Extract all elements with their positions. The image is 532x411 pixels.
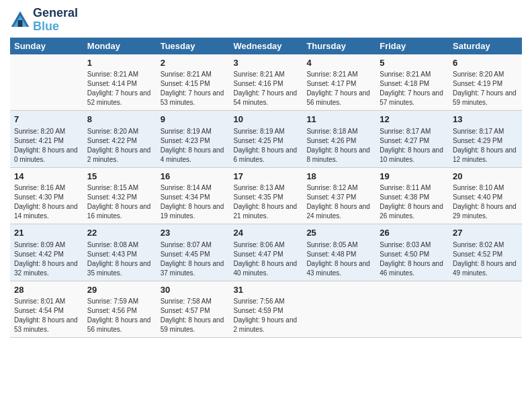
day-number: 25 xyxy=(306,227,371,239)
calendar-cell: 6Sunrise: 8:20 AMSunset: 4:19 PMDaylight… xyxy=(449,54,522,111)
day-number: 13 xyxy=(453,113,518,126)
header: General Blue xyxy=(10,7,522,34)
calendar-week-row: 28Sunrise: 8:01 AMSunset: 4:54 PMDayligh… xyxy=(10,281,522,338)
calendar-cell xyxy=(449,281,522,338)
calendar-cell: 11Sunrise: 8:18 AMSunset: 4:26 PMDayligh… xyxy=(302,111,375,168)
day-info: Sunrise: 8:21 AMSunset: 4:16 PMDaylight:… xyxy=(234,70,299,107)
day-number: 22 xyxy=(87,227,152,239)
day-info: Sunrise: 8:21 AMSunset: 4:15 PMDaylight:… xyxy=(161,70,226,107)
header-day: Thursday xyxy=(302,38,375,54)
calendar-cell xyxy=(10,54,83,111)
logo-icon xyxy=(10,10,30,30)
day-number: 24 xyxy=(234,227,299,239)
day-number: 17 xyxy=(234,171,299,183)
day-info: Sunrise: 8:17 AMSunset: 4:29 PMDaylight:… xyxy=(453,127,518,165)
calendar-header-row: SundayMondayTuesdayWednesdayThursdayFrid… xyxy=(10,38,522,54)
day-info: Sunrise: 8:02 AMSunset: 4:52 PMDaylight:… xyxy=(453,240,518,278)
day-number: 30 xyxy=(161,284,226,296)
calendar-cell: 12Sunrise: 8:17 AMSunset: 4:27 PMDayligh… xyxy=(375,111,449,168)
calendar-cell: 10Sunrise: 8:19 AMSunset: 4:25 PMDayligh… xyxy=(230,111,303,168)
day-number: 29 xyxy=(87,284,152,296)
day-info: Sunrise: 8:11 AMSunset: 4:38 PMDaylight:… xyxy=(380,183,445,221)
page: General Blue SundayMondayTuesdayWednesda… xyxy=(0,0,532,411)
calendar-week-row: 21Sunrise: 8:09 AMSunset: 4:42 PMDayligh… xyxy=(10,224,522,281)
day-number: 10 xyxy=(234,113,299,126)
day-number: 15 xyxy=(87,171,152,183)
day-info: Sunrise: 8:19 AMSunset: 4:23 PMDaylight:… xyxy=(161,127,226,165)
calendar-cell: 30Sunrise: 7:58 AMSunset: 4:57 PMDayligh… xyxy=(157,281,230,338)
calendar-cell: 1Sunrise: 8:21 AMSunset: 4:14 PMDaylight… xyxy=(83,54,157,111)
calendar-cell: 8Sunrise: 8:20 AMSunset: 4:22 PMDaylight… xyxy=(83,111,157,168)
day-number: 5 xyxy=(380,57,445,69)
day-info: Sunrise: 8:20 AMSunset: 4:21 PMDaylight:… xyxy=(14,127,79,165)
day-info: Sunrise: 8:07 AMSunset: 4:45 PMDaylight:… xyxy=(161,240,226,278)
day-number: 23 xyxy=(161,227,226,239)
day-number: 19 xyxy=(380,171,445,183)
calendar-cell: 28Sunrise: 8:01 AMSunset: 4:54 PMDayligh… xyxy=(10,281,83,338)
day-number: 14 xyxy=(14,171,79,183)
calendar-cell: 17Sunrise: 8:13 AMSunset: 4:35 PMDayligh… xyxy=(230,167,303,224)
day-number: 4 xyxy=(306,57,371,69)
day-info: Sunrise: 8:14 AMSunset: 4:34 PMDaylight:… xyxy=(161,183,226,221)
calendar-cell: 18Sunrise: 8:12 AMSunset: 4:37 PMDayligh… xyxy=(302,167,375,224)
calendar-cell: 22Sunrise: 8:08 AMSunset: 4:43 PMDayligh… xyxy=(83,224,157,281)
day-info: Sunrise: 8:10 AMSunset: 4:40 PMDaylight:… xyxy=(453,183,518,221)
day-info: Sunrise: 7:59 AMSunset: 4:56 PMDaylight:… xyxy=(87,297,152,334)
day-info: Sunrise: 8:01 AMSunset: 4:54 PMDaylight:… xyxy=(14,297,79,334)
calendar-cell: 13Sunrise: 8:17 AMSunset: 4:29 PMDayligh… xyxy=(449,111,522,168)
day-info: Sunrise: 8:17 AMSunset: 4:27 PMDaylight:… xyxy=(380,127,445,165)
day-info: Sunrise: 8:20 AMSunset: 4:22 PMDaylight:… xyxy=(87,127,152,165)
calendar-cell: 21Sunrise: 8:09 AMSunset: 4:42 PMDayligh… xyxy=(10,224,83,281)
calendar-cell: 14Sunrise: 8:16 AMSunset: 4:30 PMDayligh… xyxy=(10,167,83,224)
day-number: 28 xyxy=(14,284,79,296)
day-info: Sunrise: 8:15 AMSunset: 4:32 PMDaylight:… xyxy=(87,183,152,221)
calendar-cell: 25Sunrise: 8:05 AMSunset: 4:48 PMDayligh… xyxy=(302,224,375,281)
day-number: 20 xyxy=(453,171,518,183)
day-number: 31 xyxy=(234,284,299,296)
day-info: Sunrise: 8:03 AMSunset: 4:50 PMDaylight:… xyxy=(380,240,445,278)
day-number: 1 xyxy=(87,57,152,69)
header-day: Tuesday xyxy=(157,38,230,54)
day-info: Sunrise: 8:08 AMSunset: 4:43 PMDaylight:… xyxy=(87,240,152,278)
day-info: Sunrise: 8:09 AMSunset: 4:42 PMDaylight:… xyxy=(14,240,79,278)
day-number: 21 xyxy=(14,227,79,239)
header-day: Saturday xyxy=(449,38,522,54)
day-number: 9 xyxy=(161,113,226,126)
calendar-cell: 9Sunrise: 8:19 AMSunset: 4:23 PMDaylight… xyxy=(157,111,230,168)
day-info: Sunrise: 8:21 AMSunset: 4:17 PMDaylight:… xyxy=(306,70,371,107)
header-day: Wednesday xyxy=(230,38,303,54)
day-info: Sunrise: 7:56 AMSunset: 4:59 PMDaylight:… xyxy=(234,297,299,334)
calendar-cell: 16Sunrise: 8:14 AMSunset: 4:34 PMDayligh… xyxy=(157,167,230,224)
day-info: Sunrise: 8:16 AMSunset: 4:30 PMDaylight:… xyxy=(14,183,79,221)
day-number: 26 xyxy=(380,227,445,239)
day-number: 6 xyxy=(453,57,518,69)
calendar-cell xyxy=(302,281,375,338)
calendar-cell: 26Sunrise: 8:03 AMSunset: 4:50 PMDayligh… xyxy=(375,224,449,281)
calendar-cell: 2Sunrise: 8:21 AMSunset: 4:15 PMDaylight… xyxy=(157,54,230,111)
day-info: Sunrise: 8:20 AMSunset: 4:19 PMDaylight:… xyxy=(453,70,518,107)
day-info: Sunrise: 7:58 AMSunset: 4:57 PMDaylight:… xyxy=(161,297,226,334)
day-info: Sunrise: 8:06 AMSunset: 4:47 PMDaylight:… xyxy=(234,240,299,278)
calendar-cell: 15Sunrise: 8:15 AMSunset: 4:32 PMDayligh… xyxy=(83,167,157,224)
svg-rect-2 xyxy=(18,20,23,27)
day-number: 7 xyxy=(14,113,79,126)
day-number: 2 xyxy=(161,57,226,69)
day-info: Sunrise: 8:12 AMSunset: 4:37 PMDaylight:… xyxy=(306,183,371,221)
calendar-cell: 7Sunrise: 8:20 AMSunset: 4:21 PMDaylight… xyxy=(10,111,83,168)
day-info: Sunrise: 8:19 AMSunset: 4:25 PMDaylight:… xyxy=(234,127,299,165)
calendar-cell: 31Sunrise: 7:56 AMSunset: 4:59 PMDayligh… xyxy=(230,281,303,338)
calendar-cell: 5Sunrise: 8:21 AMSunset: 4:18 PMDaylight… xyxy=(375,54,449,111)
day-number: 11 xyxy=(306,113,371,126)
day-number: 18 xyxy=(306,171,371,183)
logo: General Blue xyxy=(10,7,78,34)
calendar-cell: 19Sunrise: 8:11 AMSunset: 4:38 PMDayligh… xyxy=(375,167,449,224)
day-number: 27 xyxy=(453,227,518,239)
day-info: Sunrise: 8:05 AMSunset: 4:48 PMDaylight:… xyxy=(306,240,371,278)
calendar-cell: 23Sunrise: 8:07 AMSunset: 4:45 PMDayligh… xyxy=(157,224,230,281)
calendar-cell: 20Sunrise: 8:10 AMSunset: 4:40 PMDayligh… xyxy=(449,167,522,224)
day-info: Sunrise: 8:21 AMSunset: 4:18 PMDaylight:… xyxy=(380,70,445,107)
calendar-cell: 24Sunrise: 8:06 AMSunset: 4:47 PMDayligh… xyxy=(230,224,303,281)
day-info: Sunrise: 8:13 AMSunset: 4:35 PMDaylight:… xyxy=(234,183,299,221)
calendar-week-row: 7Sunrise: 8:20 AMSunset: 4:21 PMDaylight… xyxy=(10,111,522,168)
header-day: Monday xyxy=(83,38,157,54)
